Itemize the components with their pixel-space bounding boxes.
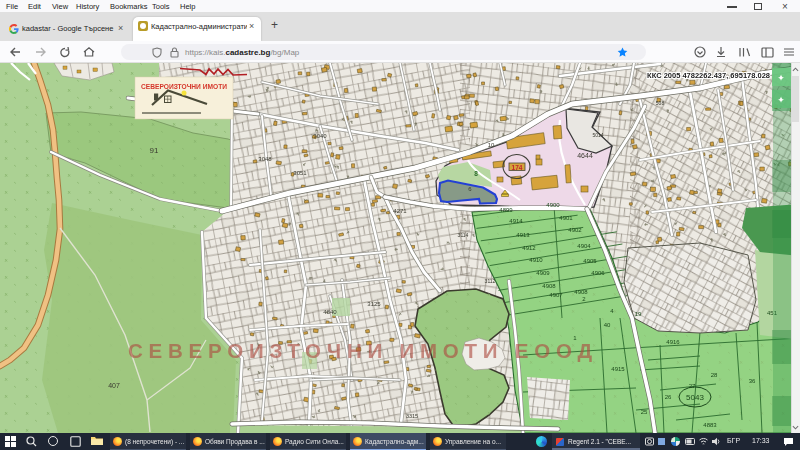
svg-text:4913: 4913 (516, 232, 530, 238)
svg-text:4644: 4644 (577, 152, 593, 159)
svg-text:19: 19 (635, 311, 642, 317)
svg-text:4271: 4271 (393, 208, 407, 214)
svg-text:4904: 4904 (577, 243, 591, 249)
svg-text:5014: 5014 (592, 132, 603, 138)
svg-text:174: 174 (512, 164, 523, 171)
svg-text:40: 40 (604, 322, 611, 328)
svg-text:4883: 4883 (703, 422, 717, 428)
svg-text:3040: 3040 (313, 133, 327, 139)
svg-text:СЕВЕРОИЗТОЧНИ ИМОТИ ЕООД: СЕВЕРОИЗТОЧНИ ИМОТИ ЕООД (128, 339, 592, 362)
svg-text:4908: 4908 (574, 289, 588, 295)
svg-text:4905: 4905 (583, 258, 597, 264)
svg-text:СЕВЕРОИЗТОЧНИ ИМОТИ: СЕВЕРОИЗТОЧНИ ИМОТИ (141, 83, 227, 90)
svg-text:4909: 4909 (536, 270, 550, 276)
svg-text:4900: 4900 (546, 202, 560, 208)
svg-text:28: 28 (711, 372, 718, 378)
svg-text:91: 91 (150, 146, 159, 155)
svg-text:4907: 4907 (549, 292, 563, 298)
svg-text:36: 36 (749, 378, 756, 384)
svg-text:3051: 3051 (293, 170, 307, 176)
svg-text:5043: 5043 (686, 393, 704, 402)
svg-text:✦: ✦ (777, 95, 785, 105)
svg-text:508: 508 (656, 100, 665, 106)
svg-text:10: 10 (488, 142, 495, 148)
svg-text:3315: 3315 (406, 413, 418, 419)
svg-text:3048: 3048 (258, 156, 272, 162)
svg-text:4910: 4910 (529, 257, 543, 263)
svg-text:3125: 3125 (367, 301, 381, 307)
svg-text:4901: 4901 (559, 215, 573, 221)
svg-text:✦: ✦ (777, 73, 785, 83)
svg-text:4915: 4915 (611, 366, 625, 372)
svg-text:3114: 3114 (458, 232, 469, 238)
svg-text:ККС 2005 4782262.437, 695178.0: ККС 2005 4782262.437, 695178.028 (647, 71, 770, 80)
svg-text:27: 27 (689, 383, 696, 389)
svg-text:4914: 4914 (509, 218, 523, 224)
svg-text:4906: 4906 (591, 270, 605, 276)
svg-text:4916: 4916 (666, 339, 680, 345)
svg-text:4840: 4840 (323, 309, 337, 315)
svg-text:4902: 4902 (568, 227, 582, 233)
svg-text:25: 25 (641, 409, 648, 415)
svg-text:4912: 4912 (522, 245, 536, 251)
svg-text:4908: 4908 (542, 283, 556, 289)
svg-text:3112: 3112 (485, 278, 496, 284)
svg-text:407: 407 (108, 382, 120, 389)
svg-text:26: 26 (665, 394, 672, 400)
svg-text:4899: 4899 (499, 207, 513, 213)
svg-text:8: 8 (474, 170, 478, 177)
